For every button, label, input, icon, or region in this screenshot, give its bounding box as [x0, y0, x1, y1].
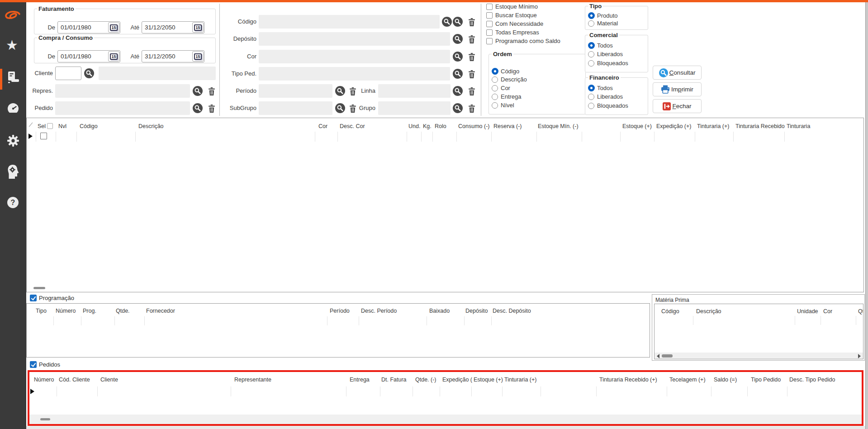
comercial-todos-radio[interactable]: [588, 42, 595, 49]
col-header-representante[interactable]: Representante: [234, 376, 271, 383]
col-header-codigo[interactable]: Código: [661, 308, 679, 315]
col-header-entrega[interactable]: Entrega: [350, 376, 370, 383]
cor-search-icon[interactable]: [453, 52, 463, 62]
col-header-saldo[interactable]: Saldo (=): [714, 376, 737, 383]
col-header-cor[interactable]: Cor: [318, 123, 327, 130]
ordem-nivel-radio[interactable]: [492, 102, 498, 109]
col-header-cod-cliente[interactable]: Cód. Cliente: [59, 376, 90, 383]
financeiro-bloqueados-radio[interactable]: [588, 103, 594, 109]
reports-icon[interactable]: [7, 71, 19, 84]
calendar-button[interactable]: 15: [108, 51, 119, 62]
buscar-estoque-checkbox[interactable]: [486, 12, 493, 19]
col-header-und[interactable]: Und.: [408, 123, 420, 130]
codigo-search-icon[interactable]: [442, 17, 452, 27]
cliente-search-icon[interactable]: [84, 68, 94, 78]
faturamento-de-input[interactable]: [61, 24, 108, 31]
col-header-deposito[interactable]: Depósito: [465, 307, 491, 315]
linha-search-icon[interactable]: [453, 86, 463, 96]
ordem-cor-radio[interactable]: [492, 85, 498, 91]
codigo-field[interactable]: [259, 15, 440, 29]
cliente-code-input[interactable]: [55, 67, 81, 80]
ai-head-gear-icon[interactable]: [7, 164, 19, 180]
col-header-nvl[interactable]: Nvl: [58, 123, 66, 130]
codigo-search2-icon[interactable]: [453, 17, 463, 27]
col-header-expedicao[interactable]: Expedição (+): [442, 376, 472, 383]
col-header-descricao[interactable]: Descrição: [696, 308, 721, 315]
col-header-tipo[interactable]: Tipo: [36, 307, 47, 315]
col-header-numero[interactable]: Número: [56, 307, 76, 315]
estoque-minimo-checkbox[interactable]: [486, 4, 493, 10]
col-header-periodo[interactable]: Período: [330, 307, 350, 315]
compra-ate-input[interactable]: [145, 53, 192, 60]
cor-clear-trash-icon[interactable]: [467, 52, 477, 62]
col-header-estoque[interactable]: Estoque (+): [474, 376, 503, 383]
faturamento-ate-input[interactable]: [145, 24, 192, 31]
todas-empresas-checkbox[interactable]: [486, 29, 493, 36]
programacao-checkbox[interactable]: [30, 295, 37, 301]
col-header-desc-deposito[interactable]: Desc. Depósito: [493, 307, 531, 315]
app-logo-icon[interactable]: [4, 10, 22, 24]
col-header-desc-tipo-pedido[interactable]: Desc. Tipo Pedido: [789, 376, 861, 383]
financeiro-todos-radio[interactable]: [588, 85, 595, 91]
ordem-codigo-radio[interactable]: [492, 68, 498, 75]
codigo-clear-trash-icon[interactable]: [467, 17, 477, 27]
hscrollbar-thumb[interactable]: [40, 418, 50, 420]
col-header-tinturaria-2[interactable]: Tinturaria: [787, 123, 864, 130]
col-header-descricao[interactable]: Descrição: [138, 123, 164, 130]
ordem-entrega-radio[interactable]: [492, 94, 498, 100]
periodo-field[interactable]: [259, 84, 332, 98]
tipo-ped-field[interactable]: [259, 67, 450, 81]
col-header-numero[interactable]: Número: [34, 376, 57, 383]
col-header-baixado[interactable]: Baixado: [429, 307, 450, 315]
periodo-search-icon[interactable]: [335, 86, 345, 96]
grupo-search-icon[interactable]: [453, 103, 463, 113]
col-header-fornecedor[interactable]: Fornecedor: [146, 307, 175, 315]
col-header-qtde[interactable]: Qtde. (-): [415, 376, 436, 383]
financeiro-liberados-radio[interactable]: [588, 94, 594, 100]
col-header-estoque-min[interactable]: Estoque Mín. (-): [538, 123, 579, 130]
col-header-tecelagem[interactable]: Tecelagem (+): [669, 376, 706, 383]
col-header-kg[interactable]: Kg.: [423, 123, 432, 130]
col-header-estoque[interactable]: Estoque (+): [622, 123, 652, 130]
col-header-cliente[interactable]: Cliente: [100, 376, 118, 383]
tipo-ped-clear-trash-icon[interactable]: [467, 69, 477, 79]
hscrollbar-track[interactable]: [655, 353, 863, 359]
col-header-qtde[interactable]: Qtde.: [858, 308, 863, 315]
cliente-name-field[interactable]: [99, 67, 216, 80]
subgrupo-field[interactable]: [259, 101, 332, 115]
deposito-search-icon[interactable]: [453, 34, 463, 44]
col-header-reserva[interactable]: Reserva (-): [493, 123, 522, 130]
col-header-codigo[interactable]: Código: [80, 123, 98, 130]
hscrollbar-track[interactable]: [29, 415, 862, 424]
settings-gear-icon[interactable]: [7, 134, 19, 147]
subgrupo-search-icon[interactable]: [335, 103, 345, 113]
deposito-clear-trash-icon[interactable]: [467, 34, 477, 44]
programado-como-saldo-checkbox[interactable]: [486, 38, 493, 44]
grupo-clear-trash-icon[interactable]: [467, 104, 477, 114]
com-necessidade-checkbox[interactable]: [486, 21, 493, 27]
comercial-liberados-radio[interactable]: [588, 51, 594, 57]
help-icon[interactable]: ?: [7, 197, 19, 208]
col-header-tinturaria-recebido[interactable]: Tinturaria Recebido (+): [599, 376, 657, 383]
tipo-material-radio[interactable]: [588, 20, 594, 27]
comercial-bloqueados-radio[interactable]: [588, 60, 594, 67]
grupo-field[interactable]: [378, 101, 451, 115]
select-all-checkbox[interactable]: [47, 123, 53, 129]
fechar-button[interactable]: Fechar: [653, 99, 702, 113]
hscrollbar-thumb[interactable]: [662, 354, 673, 358]
deposito-field[interactable]: [259, 32, 450, 46]
col-header-cor[interactable]: Cor: [823, 308, 832, 315]
col-header-tinturaria[interactable]: Tinturaria (+): [697, 123, 729, 130]
hscrollbar-thumb[interactable]: [33, 287, 45, 289]
col-header-dt-fatura[interactable]: Dt. Fatura: [381, 376, 407, 383]
linha-clear-trash-icon[interactable]: [467, 86, 477, 96]
row-select-checkbox[interactable]: [40, 133, 47, 139]
linha-field[interactable]: [378, 84, 451, 98]
consultar-button[interactable]: Consultar: [653, 66, 702, 80]
col-header-expedicao[interactable]: Expedição (+): [656, 123, 691, 130]
cor-field[interactable]: [259, 50, 450, 63]
favorites-star-icon[interactable]: ★: [6, 38, 18, 52]
col-header-tinturaria-recebido[interactable]: Tinturaria Recebido: [735, 123, 785, 130]
col-header-qtde[interactable]: Qtde.: [116, 307, 130, 315]
col-header-rolo[interactable]: Rolo: [435, 123, 446, 130]
